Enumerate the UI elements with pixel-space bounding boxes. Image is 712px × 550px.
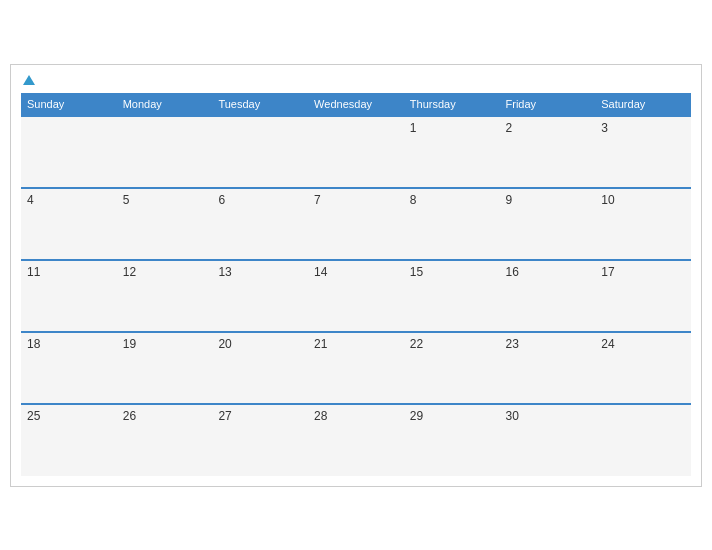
calendar-header: [21, 75, 691, 85]
day-number: 5: [123, 193, 130, 207]
calendar-tbody: 1234567891011121314151617181920212223242…: [21, 116, 691, 476]
day-number: 8: [410, 193, 417, 207]
calendar-cell: 19: [117, 332, 213, 404]
calendar-cell: [21, 116, 117, 188]
day-number: 18: [27, 337, 40, 351]
calendar-cell: 3: [595, 116, 691, 188]
day-number: 16: [506, 265, 519, 279]
calendar-cell: [595, 404, 691, 476]
calendar-cell: 20: [212, 332, 308, 404]
week-row-3: 11121314151617: [21, 260, 691, 332]
weekday-header-monday: Monday: [117, 93, 213, 116]
day-number: 14: [314, 265, 327, 279]
day-number: 10: [601, 193, 614, 207]
calendar-cell: 26: [117, 404, 213, 476]
calendar-container: SundayMondayTuesdayWednesdayThursdayFrid…: [10, 64, 702, 487]
day-number: 24: [601, 337, 614, 351]
day-number: 12: [123, 265, 136, 279]
logo: [21, 75, 35, 85]
day-number: 1: [410, 121, 417, 135]
day-number: 11: [27, 265, 40, 279]
day-number: 23: [506, 337, 519, 351]
day-number: 3: [601, 121, 608, 135]
calendar-cell: 2: [500, 116, 596, 188]
calendar-cell: 14: [308, 260, 404, 332]
week-row-2: 45678910: [21, 188, 691, 260]
day-number: 27: [218, 409, 231, 423]
day-number: 15: [410, 265, 423, 279]
day-number: 20: [218, 337, 231, 351]
day-number: 7: [314, 193, 321, 207]
calendar-cell: 16: [500, 260, 596, 332]
calendar-cell: 18: [21, 332, 117, 404]
calendar-cell: 17: [595, 260, 691, 332]
calendar-cell: [212, 116, 308, 188]
day-number: 26: [123, 409, 136, 423]
calendar-thead: SundayMondayTuesdayWednesdayThursdayFrid…: [21, 93, 691, 116]
calendar-cell: 21: [308, 332, 404, 404]
day-number: 21: [314, 337, 327, 351]
day-number: 29: [410, 409, 423, 423]
weekday-header-row: SundayMondayTuesdayWednesdayThursdayFrid…: [21, 93, 691, 116]
day-number: 2: [506, 121, 513, 135]
calendar-cell: 11: [21, 260, 117, 332]
logo-blue-text: [21, 75, 35, 85]
day-number: 30: [506, 409, 519, 423]
weekday-header-saturday: Saturday: [595, 93, 691, 116]
calendar-cell: 25: [21, 404, 117, 476]
calendar-cell: 6: [212, 188, 308, 260]
calendar-cell: 10: [595, 188, 691, 260]
week-row-5: 252627282930: [21, 404, 691, 476]
calendar-cell: 5: [117, 188, 213, 260]
calendar-cell: 12: [117, 260, 213, 332]
calendar-cell: 24: [595, 332, 691, 404]
calendar-cell: 4: [21, 188, 117, 260]
calendar-cell: 7: [308, 188, 404, 260]
calendar-grid: SundayMondayTuesdayWednesdayThursdayFrid…: [21, 93, 691, 476]
weekday-header-wednesday: Wednesday: [308, 93, 404, 116]
day-number: 9: [506, 193, 513, 207]
logo-triangle-icon: [23, 75, 35, 85]
day-number: 13: [218, 265, 231, 279]
day-number: 25: [27, 409, 40, 423]
calendar-cell: 15: [404, 260, 500, 332]
calendar-cell: 8: [404, 188, 500, 260]
calendar-cell: 13: [212, 260, 308, 332]
day-number: 4: [27, 193, 34, 207]
day-number: 28: [314, 409, 327, 423]
day-number: 6: [218, 193, 225, 207]
calendar-cell: 23: [500, 332, 596, 404]
calendar-cell: [308, 116, 404, 188]
weekday-header-friday: Friday: [500, 93, 596, 116]
calendar-cell: 29: [404, 404, 500, 476]
day-number: 19: [123, 337, 136, 351]
calendar-cell: [117, 116, 213, 188]
weekday-header-thursday: Thursday: [404, 93, 500, 116]
weekday-header-sunday: Sunday: [21, 93, 117, 116]
calendar-cell: 1: [404, 116, 500, 188]
calendar-cell: 28: [308, 404, 404, 476]
day-number: 17: [601, 265, 614, 279]
calendar-cell: 30: [500, 404, 596, 476]
week-row-1: 123: [21, 116, 691, 188]
weekday-header-tuesday: Tuesday: [212, 93, 308, 116]
day-number: 22: [410, 337, 423, 351]
calendar-cell: 22: [404, 332, 500, 404]
calendar-cell: 27: [212, 404, 308, 476]
calendar-cell: 9: [500, 188, 596, 260]
week-row-4: 18192021222324: [21, 332, 691, 404]
